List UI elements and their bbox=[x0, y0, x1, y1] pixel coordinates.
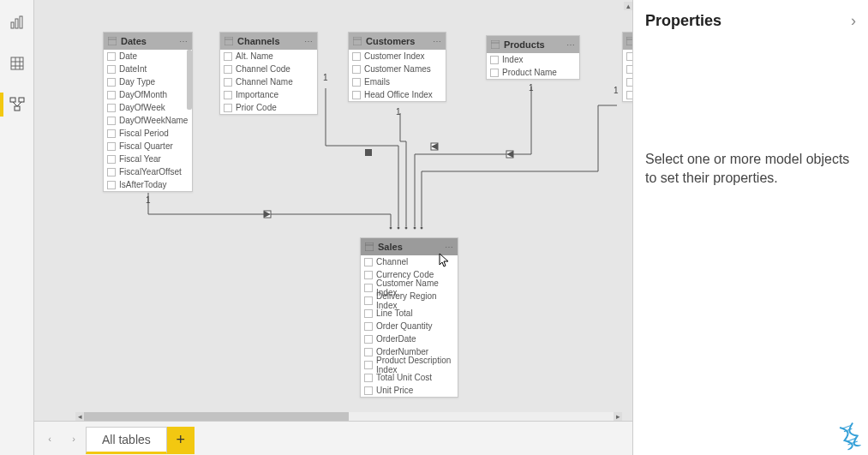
field-row[interactable]: Channel Name bbox=[220, 75, 317, 88]
svg-point-22 bbox=[405, 227, 408, 230]
field-row[interactable]: Product Name bbox=[487, 66, 579, 79]
field-row[interactable]: Fiscal Year bbox=[104, 153, 192, 165]
field-row[interactable]: Order Quantity bbox=[361, 320, 458, 332]
field-label: DayOfWeek bbox=[119, 103, 165, 112]
table-more-icon[interactable]: ⋯ bbox=[304, 37, 314, 46]
canvas-horizontal-scrollbar[interactable]: ◂ ▸ bbox=[75, 412, 622, 421]
field-row[interactable]: FiscalYearOffset bbox=[104, 165, 192, 178]
field-row[interactable]: DateInt bbox=[104, 63, 192, 75]
table-sales[interactable]: Sales ⋯ Channel Currency Code Customer N… bbox=[360, 237, 458, 398]
table-more-icon[interactable]: ⋯ bbox=[179, 37, 189, 46]
data-view-button[interactable] bbox=[5, 51, 29, 75]
field-icon bbox=[490, 69, 499, 77]
model-canvas[interactable]: Dates ⋯ Date DateInt Day Type DayOfMonth… bbox=[34, 0, 632, 421]
table-title: Channels bbox=[237, 36, 280, 46]
table-icon bbox=[9, 56, 25, 71]
tabs-prev-button[interactable]: ‹ bbox=[38, 425, 62, 452]
field-icon bbox=[364, 322, 373, 331]
field-row[interactable]: Day Type bbox=[104, 75, 192, 88]
add-layout-button[interactable]: + bbox=[167, 427, 195, 454]
svg-rect-1 bbox=[15, 19, 18, 28]
field-label: DayOfWeekName bbox=[119, 116, 188, 125]
svg-rect-16 bbox=[431, 143, 438, 150]
field-label: Delivery Region Index bbox=[376, 291, 454, 310]
field-row[interactable]: Emails bbox=[349, 75, 446, 88]
svg-rect-13 bbox=[264, 211, 271, 218]
field-icon bbox=[364, 309, 373, 318]
field-icon bbox=[107, 104, 116, 112]
table-channels[interactable]: Channels ⋯ Alt. Name Channel Code Channe… bbox=[219, 32, 318, 115]
field-row[interactable]: Product Description Index bbox=[361, 358, 458, 371]
report-view-button[interactable] bbox=[5, 10, 29, 34]
view-rail bbox=[0, 0, 34, 455]
field-icon bbox=[107, 65, 116, 74]
field-row[interactable]: Channel Code bbox=[220, 63, 317, 75]
collapse-pane-icon[interactable]: › bbox=[851, 12, 856, 30]
table-more-icon[interactable]: ⋯ bbox=[433, 37, 442, 46]
field-label: Unit Price bbox=[376, 386, 413, 395]
svg-rect-3 bbox=[11, 57, 23, 69]
scroll-left-icon[interactable]: ◂ bbox=[75, 412, 84, 421]
field-label: Line Total bbox=[376, 308, 413, 318]
svg-rect-0 bbox=[11, 22, 14, 28]
field-row[interactable]: Fiscal Quarter bbox=[104, 140, 192, 153]
table-title: Dates bbox=[121, 36, 147, 46]
field-row[interactable]: OrderDate bbox=[361, 332, 458, 345]
field-icon bbox=[352, 65, 361, 74]
field-icon bbox=[364, 374, 373, 382]
field-label: Prior Code bbox=[236, 103, 277, 112]
field-icon bbox=[490, 56, 499, 64]
field-row[interactable]: Delivery Region Index bbox=[361, 294, 458, 307]
scroll-up-icon[interactable]: ▴ bbox=[624, 2, 632, 10]
properties-empty-message: Select one or more model objects to set … bbox=[645, 150, 856, 189]
field-row[interactable]: Unit Price bbox=[361, 384, 458, 397]
field-label: Order Quantity bbox=[376, 321, 433, 331]
model-view-button[interactable] bbox=[5, 93, 29, 117]
svg-rect-10 bbox=[15, 106, 20, 111]
field-row[interactable]: Alt. Name bbox=[220, 50, 317, 63]
field-row[interactable]: Prior Code bbox=[220, 101, 317, 114]
field-icon bbox=[364, 348, 373, 356]
bar-chart-icon bbox=[9, 15, 25, 30]
field-row[interactable]: DayOfWeekName bbox=[104, 114, 192, 127]
field-row[interactable]: Channel bbox=[361, 255, 458, 268]
canvas-vertical-scrollbar[interactable]: ▴ bbox=[624, 2, 632, 410]
field-row[interactable]: Head Office Index bbox=[349, 88, 446, 101]
field-label: Customer Index bbox=[364, 51, 425, 61]
scroll-thumb[interactable] bbox=[84, 412, 349, 421]
table-more-icon[interactable]: ⋯ bbox=[566, 40, 576, 50]
field-row[interactable]: Index bbox=[487, 53, 579, 66]
field-row[interactable]: DayOfMonth bbox=[104, 88, 192, 101]
table-dates[interactable]: Dates ⋯ Date DateInt Day Type DayOfMonth… bbox=[103, 32, 193, 192]
field-row[interactable]: Customer Index bbox=[349, 50, 446, 63]
properties-pane: Properties › Select one or more model ob… bbox=[632, 0, 868, 455]
table-customers[interactable]: Customers ⋯ Customer Index Customer Name… bbox=[348, 32, 446, 102]
field-row[interactable]: Importance bbox=[220, 88, 317, 101]
table-products[interactable]: Products ⋯ Index Product Name bbox=[486, 35, 580, 80]
field-label: Date bbox=[119, 51, 137, 61]
field-icon bbox=[224, 52, 232, 61]
table-icon bbox=[224, 36, 234, 46]
field-label: Customer Names bbox=[364, 64, 431, 74]
scroll-track[interactable] bbox=[84, 412, 614, 421]
field-row[interactable]: Customer Names bbox=[349, 63, 446, 75]
field-row[interactable]: Fiscal Period bbox=[104, 127, 192, 140]
field-icon bbox=[107, 142, 116, 151]
table-scrollbar[interactable] bbox=[187, 50, 192, 110]
table-icon bbox=[352, 36, 362, 46]
tabs-next-button[interactable]: › bbox=[62, 425, 86, 452]
table-more-icon[interactable]: ⋯ bbox=[445, 242, 454, 252]
svg-point-20 bbox=[390, 227, 392, 230]
svg-marker-19 bbox=[506, 151, 513, 158]
field-row[interactable]: DayOfWeek bbox=[104, 101, 192, 114]
scroll-right-icon[interactable]: ▸ bbox=[614, 412, 622, 421]
field-row[interactable]: IsAfterToday bbox=[104, 178, 192, 191]
field-label: OrderDate bbox=[376, 334, 416, 344]
tab-all-tables[interactable]: All tables bbox=[86, 427, 167, 454]
field-icon bbox=[224, 104, 232, 112]
field-icon bbox=[107, 129, 116, 138]
field-row[interactable]: Date bbox=[104, 50, 192, 63]
svg-line-11 bbox=[13, 102, 17, 106]
field-label: Index bbox=[502, 55, 523, 64]
field-label: Fiscal Year bbox=[119, 154, 161, 164]
